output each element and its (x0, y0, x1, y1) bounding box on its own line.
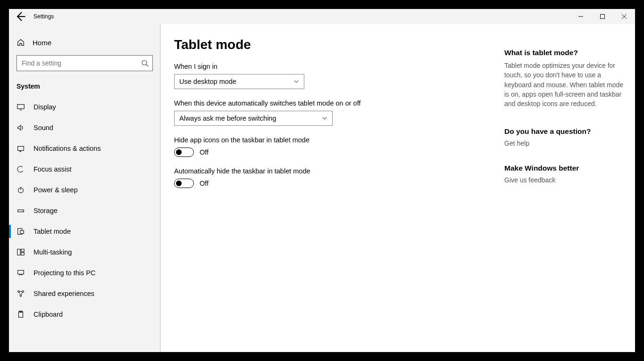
sidebar-item-shared-experiences[interactable]: Shared experiences (9, 283, 160, 304)
svg-rect-1 (601, 15, 605, 19)
hide-icons-label: Hide app icons on the taskbar in tablet … (174, 136, 485, 144)
window-title: Settings (33, 13, 54, 20)
section-label: System (9, 79, 160, 97)
signin-dropdown-value: Use desktop mode (179, 78, 236, 85)
sidebar-item-storage[interactable]: Storage (9, 200, 160, 221)
storage-icon (17, 206, 25, 215)
home-label: Home (33, 39, 51, 47)
svg-point-4 (142, 60, 147, 65)
main-column: Tablet mode When I sign in Use desktop m… (174, 37, 485, 352)
chevron-down-icon (322, 115, 327, 121)
hide-taskbar-toggle[interactable] (174, 179, 194, 188)
hide-icons-state: Off (200, 148, 209, 156)
projecting-icon (17, 269, 25, 277)
power-icon (17, 186, 25, 194)
autoswitch-group: When this device automatically switches … (174, 99, 485, 126)
back-arrow-icon (15, 11, 26, 22)
sidebar-item-label: Display (33, 103, 56, 111)
home-icon (17, 38, 25, 47)
svg-rect-15 (17, 249, 20, 255)
sidebar-item-tablet-mode[interactable]: Tablet mode (9, 221, 160, 242)
aside-column: What is tablet mode? Tablet mode optimiz… (504, 37, 627, 352)
search-wrap (9, 51, 160, 79)
sidebar-item-focus-assist[interactable]: Focus assist (9, 159, 160, 180)
chevron-down-icon (293, 79, 299, 84)
signin-group: When I sign in Use desktop mode (174, 63, 485, 89)
svg-point-21 (20, 295, 22, 297)
settings-window: Settings Home (9, 9, 635, 352)
sidebar-item-label: Power & sleep (33, 186, 78, 194)
search-icon (141, 59, 149, 67)
aside-question-title: Do you have a question? (504, 127, 627, 136)
hide-icons-toggle[interactable] (174, 148, 194, 157)
hide-taskbar-group: Automatically hide the taskbar in tablet… (174, 167, 485, 188)
hide-icons-group: Hide app icons on the taskbar in tablet … (174, 136, 485, 157)
get-help-link[interactable]: Get help (504, 139, 627, 147)
sidebar-item-label: Focus assist (33, 165, 72, 173)
search-input[interactable] (22, 59, 141, 67)
svg-rect-18 (18, 271, 24, 274)
sidebar-item-display[interactable]: Display (9, 97, 160, 117)
autoswitch-dropdown[interactable]: Always ask me before switching (174, 111, 333, 126)
sidebar-item-notifications[interactable]: Notifications & actions (9, 138, 160, 159)
hide-taskbar-state: Off (200, 180, 209, 187)
sidebar-item-multitasking[interactable]: Multi-tasking (9, 242, 160, 263)
maximize-icon (600, 14, 605, 19)
sidebar: Home System Display Sound (9, 24, 161, 352)
close-button[interactable] (613, 9, 635, 24)
sidebar-item-label: Projecting to this PC (33, 269, 95, 277)
sidebar-item-power-sleep[interactable]: Power & sleep (9, 180, 160, 200)
sidebar-item-label: Storage (33, 207, 58, 214)
notifications-icon (17, 144, 25, 153)
sidebar-item-label: Shared experiences (33, 290, 94, 297)
svg-point-12 (22, 211, 23, 211)
svg-line-5 (146, 65, 148, 66)
nav-list: Display Sound Notifications & actions Fo… (9, 97, 160, 325)
focus-assist-icon (17, 165, 25, 173)
signin-label: When I sign in (174, 63, 485, 70)
clipboard-icon (17, 310, 25, 319)
sidebar-item-label: Tablet mode (33, 228, 71, 235)
aside-what-title: What is tablet mode? (504, 49, 627, 57)
home-button[interactable]: Home (9, 33, 160, 51)
body: Home System Display Sound (9, 24, 635, 352)
window-controls (570, 9, 635, 24)
aside-better-title: Make Windows better (504, 164, 627, 172)
svg-rect-6 (17, 105, 24, 109)
shared-icon (17, 289, 25, 298)
sidebar-item-label: Clipboard (33, 311, 63, 318)
sidebar-item-label: Notifications & actions (33, 145, 101, 152)
minimize-icon (578, 14, 583, 19)
multitasking-icon (17, 248, 25, 256)
sound-icon (17, 123, 25, 132)
svg-rect-8 (18, 147, 24, 151)
back-button[interactable] (15, 11, 26, 22)
svg-rect-16 (21, 249, 24, 252)
svg-rect-14 (20, 230, 24, 233)
close-icon (622, 14, 627, 19)
autoswitch-dropdown-value: Always ask me before switching (179, 115, 276, 122)
maximize-button[interactable] (592, 9, 613, 24)
sidebar-item-label: Sound (33, 124, 53, 131)
hide-icons-toggle-row: Off (174, 148, 485, 157)
minimize-button[interactable] (570, 9, 592, 24)
titlebar: Settings (9, 9, 635, 24)
display-icon (17, 103, 25, 111)
search-box[interactable] (17, 55, 153, 71)
tablet-mode-icon (17, 227, 25, 236)
autoswitch-label: When this device automatically switches … (174, 99, 485, 107)
hide-taskbar-label: Automatically hide the taskbar in tablet… (174, 167, 485, 175)
hide-taskbar-toggle-row: Off (174, 179, 485, 188)
aside-what-body: Tablet mode optimizes your device for to… (504, 61, 627, 108)
sidebar-item-clipboard[interactable]: Clipboard (9, 304, 160, 325)
feedback-link[interactable]: Give us feedback (504, 176, 627, 184)
sidebar-item-projecting[interactable]: Projecting to this PC (9, 263, 160, 283)
sidebar-item-sound[interactable]: Sound (9, 117, 160, 138)
page-title: Tablet mode (174, 37, 485, 52)
svg-rect-17 (21, 253, 24, 255)
content: Tablet mode When I sign in Use desktop m… (161, 24, 635, 352)
sidebar-item-label: Multi-tasking (33, 248, 72, 256)
signin-dropdown[interactable]: Use desktop mode (174, 74, 304, 89)
titlebar-left: Settings (9, 11, 54, 22)
svg-rect-22 (19, 312, 23, 318)
